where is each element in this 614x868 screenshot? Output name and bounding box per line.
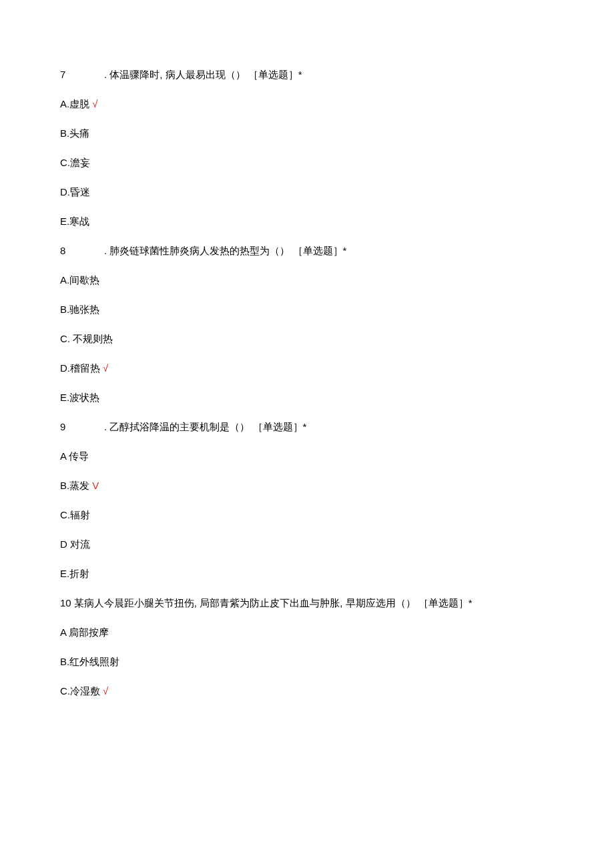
answer-option: D.昏迷 (60, 184, 554, 200)
option-label: E.折射 (60, 568, 89, 579)
correct-mark-icon: √ (103, 362, 108, 374)
question-text: 9. 乙醇拭浴降温的主要机制是（） ［单选题］* (60, 419, 554, 435)
answer-option: D.稽留热√ (60, 360, 554, 376)
question-stem: . 肺炎链球菌性肺炎病人发热的热型为（） ［单选题］* (104, 243, 346, 259)
question-text: 8. 肺炎链球菌性肺炎病人发热的热型为（） ［单选题］* (60, 243, 554, 259)
answer-option: A 传导 (60, 448, 554, 464)
option-label: A.虚脱 (60, 98, 89, 109)
option-label: A 扃部按摩 (60, 626, 109, 638)
correct-mark-icon: √ (92, 98, 97, 109)
answer-option: B.驰张热 (60, 302, 554, 318)
option-label: B.红外线照射 (60, 656, 119, 667)
answer-option: E.寒战 (60, 213, 554, 230)
answer-option: B.蒸发V (60, 478, 554, 494)
correct-mark-icon: √ (103, 685, 108, 697)
question-number: 8 (60, 243, 104, 259)
option-label: C.冷湿敷 (60, 685, 100, 697)
answer-option: C. 不规则热 (60, 331, 554, 347)
question-stem: . 乙醇拭浴降温的主要机制是（） ［单选题］* (104, 419, 306, 435)
question-text: 10 某病人今晨距小腿关节扭伤, 局部青紫为防止皮下出血与肿胀, 早期应选用（）… (60, 595, 554, 611)
question-text: 7. 体温骤降时, 病人最易出现（） ［单选题］* (60, 67, 554, 83)
option-label: E.波状热 (60, 392, 99, 403)
option-label: C.辐射 (60, 509, 90, 520)
question-block: 9. 乙醇拭浴降温的主要机制是（） ［单选题］*A 传导B.蒸发VC.辐射D 对… (60, 419, 554, 582)
answer-option: A.间歇热 (60, 272, 554, 288)
option-label: D 对流 (60, 538, 90, 550)
answer-option: C.冷湿敷√ (60, 683, 554, 699)
answer-option: B.头痛 (60, 125, 554, 141)
answer-option: B.红外线照射 (60, 654, 554, 670)
option-label: C. 不规则热 (60, 333, 113, 344)
question-stem: . 体温骤降时, 病人最易出现（） ［单选题］* (104, 67, 302, 83)
option-label: B.头痛 (60, 127, 89, 139)
option-label: D.昏迷 (60, 186, 90, 197)
question-block: 7. 体温骤降时, 病人最易出现（） ［单选题］*A.虚脱√B.头痛C.澹妄D.… (60, 67, 554, 230)
question-block: 10 某病人今晨距小腿关节扭伤, 局部青紫为防止皮下出血与肿胀, 早期应选用（）… (60, 595, 554, 699)
option-label: B.蒸发 (60, 480, 89, 491)
option-label: A 传导 (60, 450, 89, 462)
option-label: B.驰张热 (60, 304, 99, 315)
question-number: 7 (60, 67, 104, 83)
answer-option: C.辐射 (60, 507, 554, 523)
option-label: E.寒战 (60, 215, 89, 227)
answer-option: E.波状热 (60, 390, 554, 406)
question-full-text: 10 某病人今晨距小腿关节扭伤, 局部青紫为防止皮下出血与肿胀, 早期应选用（）… (60, 597, 473, 608)
question-block: 8. 肺炎链球菌性肺炎病人发热的热型为（） ［单选题］*A.间歇热B.驰张热C.… (60, 243, 554, 406)
option-label: A.间歇热 (60, 274, 99, 286)
answer-option: D 对流 (60, 536, 554, 552)
correct-mark-icon: V (92, 480, 99, 491)
answer-option: C.澹妄 (60, 155, 554, 171)
answer-option: A 扃部按摩 (60, 624, 554, 640)
answer-option: A.虚脱√ (60, 96, 554, 112)
option-label: D.稽留热 (60, 362, 100, 374)
question-number: 9 (60, 419, 104, 435)
answer-option: E.折射 (60, 566, 554, 582)
quiz-container: 7. 体温骤降时, 病人最易出现（） ［单选题］*A.虚脱√B.头痛C.澹妄D.… (60, 67, 554, 699)
option-label: C.澹妄 (60, 157, 90, 168)
